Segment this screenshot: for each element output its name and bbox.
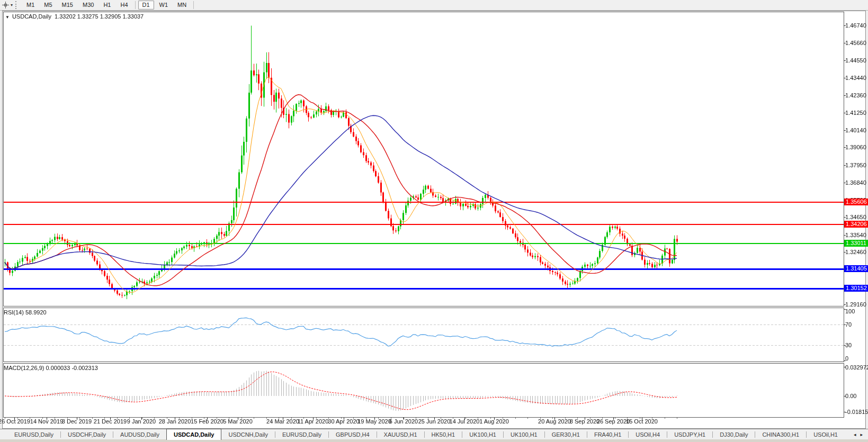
date-axis-label: 14 Jul 2020 <box>450 418 480 425</box>
date-axis-label: 14 Nov 2019 <box>30 418 63 425</box>
date-axis-label: 19 May 2020 <box>357 418 391 425</box>
date-axis-label: 25 Jun 2020 <box>418 418 451 425</box>
macd-axis-label: -0.018154 <box>845 409 868 415</box>
date-axis-label: 9 Jan 2020 <box>127 418 156 425</box>
hline-price-chip: 1.33011 <box>844 240 868 247</box>
rsi-indicator-label: RSI(14) 58.9920 <box>4 309 47 315</box>
price-axis-tick-label: 1.45660 <box>845 40 866 46</box>
rsi-level-label: 70 <box>845 321 852 328</box>
chart-symbol-period: USDCAD,Daily <box>12 13 51 20</box>
date-axis-label: 1 Aug 2020 <box>479 418 509 425</box>
macd-axis-label: 0.00 <box>845 393 856 399</box>
rsi-level-label: 100 <box>845 308 855 314</box>
chart-title: ▼USDCAD,Daily 1.33202 1.33275 1.32905 1.… <box>5 13 144 20</box>
macd-axis-label: 0.032972 <box>845 364 868 371</box>
date-axis-label: 28 Jan 2020 <box>159 418 191 425</box>
price-axis-tick-label: 1.34650 <box>845 214 866 220</box>
hline-price-chip: 1.35606 <box>844 199 868 205</box>
date-axis-label: 3 Dec 2019 <box>62 418 92 425</box>
date-axis-label: 6 Jun 2020 <box>389 418 418 425</box>
price-axis-tick-label: 1.29160 <box>845 301 866 308</box>
price-axis-tick-label: 1.44550 <box>845 57 866 64</box>
date-axis-label: 5 Mar 2020 <box>223 418 253 425</box>
chart-canvas[interactable] <box>0 0 868 442</box>
hline-price-chip: 1.31405 <box>844 265 868 272</box>
date-axis-label: 24 Mar 2020 <box>266 418 299 425</box>
date-axis-label: 26 Oct 2019 <box>0 418 30 425</box>
collapse-triangle-icon[interactable]: ▼ <box>5 15 10 20</box>
price-axis-tick-label: 1.46740 <box>845 22 866 29</box>
price-axis-tick-label: 1.36840 <box>845 179 866 186</box>
hline-price-chip: 1.30152 <box>844 285 868 292</box>
price-axis-tick-label: 1.40140 <box>845 127 866 133</box>
macd-indicator-label: MACD(12,26,9) 0.000033 -0.002313 <box>4 365 98 371</box>
price-axis-tick-label: 1.37950 <box>845 162 866 168</box>
date-axis-label: 26 Sep 2020 <box>597 418 630 425</box>
price-axis-tick-label: 1.41250 <box>845 110 866 116</box>
date-axis-label: 8 Sep 2020 <box>570 418 599 425</box>
hline-price-chip: 1.34206 <box>844 221 868 228</box>
rsi-level-label: 30 <box>845 342 852 348</box>
date-axis-label: 20 Aug 2020 <box>538 418 571 425</box>
symbol-tab-usdcad-daily[interactable]: USDCAD,Daily <box>166 429 221 440</box>
date-axis-label: 15 Feb 2020 <box>191 418 223 425</box>
date-axis-label: 15 Oct 2020 <box>626 418 658 425</box>
price-axis-tick-label: 1.42360 <box>845 92 866 98</box>
price-axis-tick-label: 1.39060 <box>845 144 866 150</box>
price-axis-tick-label: 1.32460 <box>845 249 866 255</box>
chart-ohlc-quote: 1.33202 1.33275 1.32905 1.33037 <box>55 13 144 20</box>
rsi-level-label: 0 <box>845 355 848 362</box>
price-axis-tick-label: 1.33540 <box>845 232 866 238</box>
price-axis-tick-label: 1.43440 <box>845 75 866 81</box>
date-axis-label: 21 Dec 2019 <box>94 418 127 425</box>
date-axis-label: 11 Apr 2020 <box>298 418 329 425</box>
date-axis-label: 30 Apr 2020 <box>328 418 359 425</box>
